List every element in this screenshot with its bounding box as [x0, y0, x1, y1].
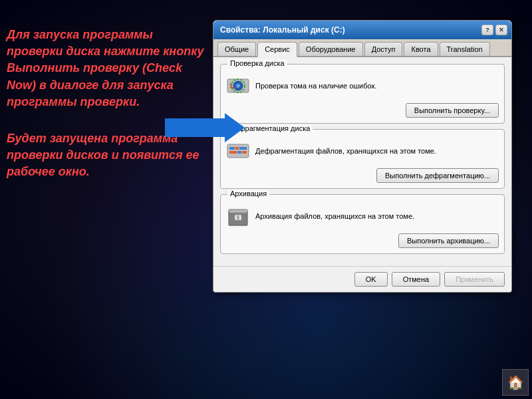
disk-check-row: Проверка тома на наличие ошибок. [226, 74, 499, 98]
title-bar-buttons: ? ✕ [481, 25, 507, 35]
archive-button-container: Выполнить архивацию... [226, 233, 499, 248]
svg-rect-6 [235, 147, 239, 150]
dialog-title: Свойства: Локальный диск (C:) [220, 25, 345, 35]
archive-icon [226, 204, 250, 228]
defrag-icon [226, 139, 250, 163]
tab-translation[interactable]: Translation [440, 42, 490, 56]
defrag-button-container: Выполнить дефрагментацию... [226, 168, 499, 183]
home-icon: 🏠 [507, 374, 524, 390]
tab-bar: Общие Сервис Оборудование Доступ Квота T… [213, 39, 511, 57]
arrow-indicator [165, 113, 245, 142]
disk-check-title: Проверка диска [227, 59, 287, 67]
close-button[interactable]: ✕ [495, 25, 507, 35]
svg-rect-9 [237, 151, 241, 154]
ok-button[interactable]: OK [354, 272, 388, 287]
archive-title: Архивация [227, 190, 269, 198]
tab-oborudovanie[interactable]: Оборудование [299, 42, 363, 56]
dialog-footer: OK Отмена Применить [213, 266, 511, 292]
tab-kvota[interactable]: Квота [404, 42, 438, 56]
archive-button[interactable]: Выполнить архивацию... [398, 233, 499, 248]
svg-rect-7 [239, 147, 247, 150]
cancel-button[interactable]: Отмена [392, 272, 440, 287]
left-instruction: Для запуска программы проверки диска наж… [7, 27, 206, 181]
tab-obshie[interactable]: Общие [217, 42, 256, 56]
apply-button[interactable]: Применить [444, 272, 505, 287]
defrag-section: Дефрагментация диска Дефрагментация файл… [220, 129, 505, 189]
defrag-description: Дефрагментация файлов, хранящихся на это… [255, 147, 499, 155]
title-bar: Свойства: Локальный диск (C:) ? ✕ [213, 21, 511, 39]
properties-dialog: Свойства: Локальный диск (C:) ? ✕ Общие … [213, 20, 512, 293]
svg-rect-8 [229, 151, 237, 154]
arrow-head [225, 113, 245, 142]
svg-rect-10 [242, 151, 247, 154]
archive-row: Архивация файлов, хранящихся на этом том… [226, 204, 499, 228]
instruction-text-1: Для запуска программы проверки диска наж… [7, 28, 204, 108]
help-button[interactable]: ? [481, 25, 493, 35]
blue-arrow [165, 113, 245, 142]
defrag-button[interactable]: Выполнить дефрагментацию... [376, 168, 499, 183]
check-now-button[interactable]: Выполнить проверку... [406, 103, 499, 118]
disk-check-section: Проверка диска Проверка тома на наличие … [220, 64, 505, 124]
tab-servis[interactable]: Сервис [257, 42, 297, 57]
disk-check-description: Проверка тома на наличие ошибок. [255, 82, 499, 90]
disk-check-button-container: Выполнить проверку... [226, 103, 499, 118]
dialog-content: Проверка диска Проверка тома на наличие … [213, 57, 511, 266]
svg-rect-5 [229, 147, 235, 150]
archive-description: Архивация файлов, хранящихся на этом том… [255, 212, 499, 220]
svg-rect-13 [229, 209, 247, 213]
instruction-block1: Для запуска программы проверки диска наж… [7, 27, 206, 110]
tab-dostup[interactable]: Доступ [364, 42, 403, 56]
svg-point-2 [236, 84, 240, 88]
arrow-body [165, 118, 225, 137]
disk-check-icon [226, 74, 250, 98]
defrag-row: Дефрагментация файлов, хранящихся на это… [226, 139, 499, 163]
archive-section: Архивация Архивация файлов, хранящихся н… [220, 194, 505, 254]
corner-home-icon: 🏠 [502, 369, 529, 396]
